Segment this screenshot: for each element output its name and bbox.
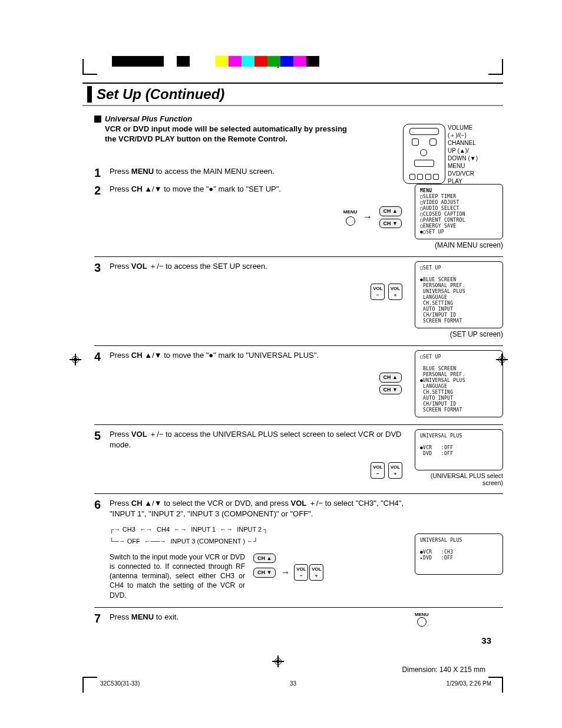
screen-caption: (UNIVERSAL PLUS select screen) [415,472,503,486]
screen-caption: (MAIN MENU screen) [415,241,503,249]
ch-up-button: CH ▲ [253,554,276,564]
subsection-heading: Universal Plus Function [105,114,352,123]
menu-button-label: MENU [415,612,429,617]
remote-label-volume: VOLUME [448,124,478,131]
step-text: Press CH ▲/▼ to move the "●" mark to "SE… [110,185,281,193]
vol-minus-button: VOL− [371,462,385,479]
footer-datetime: 1/29/03, 2:26 PM [447,680,491,687]
remote-label-channel: CHANNEL [448,139,478,147]
crop-mark-tl [71,59,88,77]
arrow-icon: → [363,212,372,222]
vol-plus-button: VOL＋ [388,284,402,300]
step-number: 5 [94,429,110,443]
setup-screen-2: ▢SET UP BLUE SCREEN PERSONAL PREF. ●UNIV… [415,350,503,417]
print-footer: 32C530(31-33) 33 1/29/03, 2:26 PM [100,680,491,687]
remote-label-dvdvcr: DVD/VCR [448,170,478,177]
universal-plus-screen-1: UNIVERSAL PLUS ●VCR :OFF DVD :OFF [415,429,503,470]
step-number: 1 [94,166,110,180]
step-text: Press CH ▲/▼ to select the VCR or DVD, a… [110,499,404,518]
main-menu-screen: MENU ▢SLEEP TIMER ▢VIDEO ADJUST ▢AUDIO S… [415,184,503,239]
step-number: 6 [94,498,110,512]
ch-up-button: CH ▲ [379,206,402,216]
remote-control-figure: VOLUME (＋)/(−) CHANNEL UP (▲)/ DOWN (▼) … [403,124,491,185]
step6-controls: CH ▲ CH ▼ → VOL− VOL＋ [252,552,324,581]
registration-mark-bottom [272,655,284,669]
remote-outline-icon [403,124,445,184]
step-number: 2 [94,184,110,197]
step-text: Press MENU to access the MAIN MENU scree… [110,167,275,176]
menu-button-icon [417,617,427,627]
remote-label-volume-symbols: (＋)/(−) [448,131,478,139]
menu-button-label: MENU [343,209,358,215]
step-number: 7 [94,612,110,625]
step-text: Press CH ▲/▼ to move the "●" mark to "UN… [110,351,319,360]
subsection-intro-text: VCR or DVD input mode will be selected a… [105,124,352,144]
ch-down-button: CH ▼ [379,385,402,395]
registration-mark-left [70,354,81,367]
step-number: 4 [94,350,110,364]
subsection-marker-icon [94,116,101,123]
footer-page: 33 [290,680,296,687]
registration-mark-right [496,354,508,367]
step-text: Press MENU to exit. [110,612,178,621]
arrow-icon: → [280,566,290,579]
remote-label-up: UP (▲)/ [448,147,478,154]
vol-minus-button: VOL− [294,564,308,581]
vol-minus-button: VOL− [371,284,385,300]
step-text: Press VOL ＋/− to access the SET UP scree… [110,262,267,271]
step5-controls: VOL− VOL＋ [110,461,409,479]
step6-note: Switch to the input mode your VCR or DVD… [110,552,245,600]
remote-label-menu: MENU [448,162,478,170]
step4-controls: CH ▲ CH ▼ [110,371,409,396]
footer-filename: 32C530(31-33) [100,680,140,687]
dimension-note: Dimension: 140 X 215 mm [402,666,485,674]
step-number: 3 [94,261,110,275]
section-title: Set Up (Continued) [87,86,498,103]
remote-label-play: PLAY [448,177,478,185]
menu-button-icon [346,216,355,226]
section-title-bar: Set Up (Continued) [82,83,503,106]
vol-plus-button: VOL＋ [388,462,402,479]
step2-controls: MENU → CH ▲ CH ▼ [110,205,409,229]
ch-down-button: CH ▼ [379,219,402,229]
step3-controls: VOL− VOL＋ [110,282,409,300]
crop-mark-tr [497,59,515,77]
vol-plus-button: VOL＋ [309,564,323,581]
setup-screen-1: ▢SET UP ●BLUE SCREEN PERSONAL PREF. UNIV… [415,261,503,328]
universal-plus-screen-2: UNIVERSAL PLUS ●VCR :CH3 ▸DVD :OFF [415,533,503,575]
page-number: 33 [481,635,491,645]
step-text: Press VOL ＋/− to access the UNIVERSAL PL… [110,430,402,449]
ch-up-button: CH ▲ [379,373,402,383]
screen-caption: (SET UP screen) [415,330,503,338]
ch-down-button: CH ▼ [253,568,276,578]
remote-label-down: DOWN (▼) [448,154,478,162]
color-calibration-bar [112,56,319,67]
input-cycle-diagram: ┌→ CH3 ←→ CH4 ←→ INPUT 1 ←→ INPUT 2 ┐ └─… [110,524,409,548]
